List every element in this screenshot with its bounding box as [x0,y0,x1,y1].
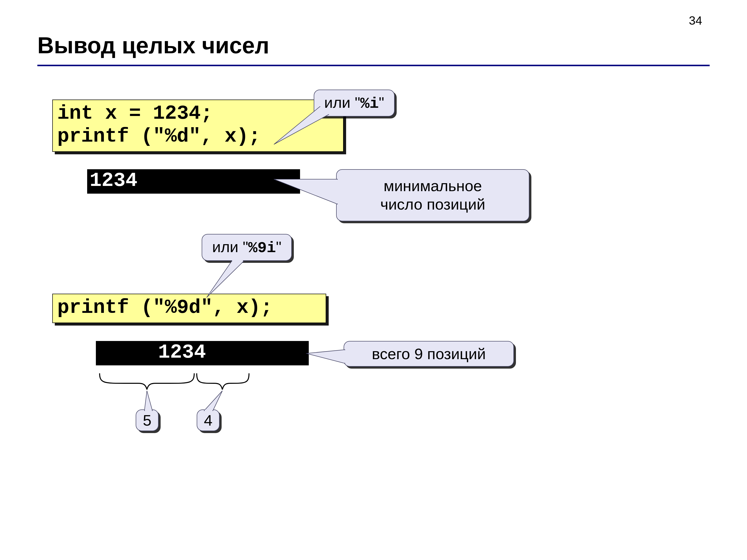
slide-title: Вывод целых чисел [37,32,269,58]
callout-percent-i: или "%i" [314,89,395,116]
code-block-2: printf ("%9d", x); [52,294,326,323]
callout-9i-code: %9i [248,239,276,257]
callout-9i-suffix: " [276,238,281,256]
code2-line: printf ("%9d", x); [57,296,273,319]
code-block-1: int x = 1234; printf ("%d", x); [52,100,344,152]
pointer-overlay [0,0,747,560]
page-number: 34 [689,14,702,27]
svg-marker-4 [207,261,243,297]
slide: 34 Вывод целых чисел int x = 1234; print… [0,0,747,560]
title-underline [37,65,710,66]
console-output-1: 1234 [87,169,300,194]
callout-i-prefix: или " [324,94,360,111]
callout-i-suffix: " [379,94,384,111]
code1-line2: printf ("%d", x); [57,125,260,148]
callout-i-code: %i [360,95,379,112]
svg-marker-8 [145,391,152,411]
callout-9i-prefix: или " [212,238,248,256]
callout-total-9: всего 9 позиций [344,341,514,367]
brace-count-4: 4 [197,409,220,431]
brace-count-5: 5 [136,409,159,431]
callout-min-positions: минимальное число позиций [336,169,530,221]
callout-minpos-l1: минимальное [384,177,482,194]
svg-marker-10 [204,391,222,411]
callout-minpos-l2: число позиций [380,196,485,213]
code1-line1: int x = 1234; [57,102,213,125]
svg-marker-6 [306,350,345,364]
console-output-2: 1234 [96,341,309,365]
callout-percent-9i: или "%9i" [202,234,292,261]
